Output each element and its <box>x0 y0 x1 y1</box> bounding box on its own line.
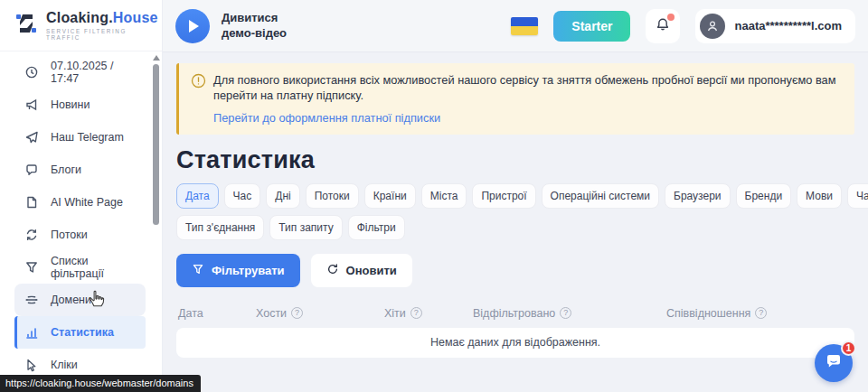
banner-message: Для повного використання всіх можливосте… <box>213 72 840 104</box>
paper-plane-icon <box>24 130 39 145</box>
clock-icon <box>24 65 39 80</box>
topbar: Дивитися демо-відео Starter <box>163 0 868 52</box>
trial-warning-banner: Для повного використання всіх можливосте… <box>176 63 854 135</box>
page-title: Статистика <box>176 146 854 174</box>
notifications-button[interactable] <box>646 9 680 43</box>
stats-table-header: Дата Хости Хіти Відфільтровано Співвідно… <box>176 307 854 320</box>
brand-tagline: SERVICE FILTERING TRAFFIC <box>46 28 158 41</box>
demo-video-play-button[interactable] <box>175 9 210 43</box>
notification-dot <box>667 14 675 21</box>
stats-tabs-row-1: Дата Час Дні Потоки Країни Міста Пристро… <box>176 183 854 209</box>
refresh-icon <box>326 263 339 278</box>
tab-brands[interactable]: Бренди <box>736 183 792 209</box>
chat-bubble-icon <box>24 163 39 178</box>
chat-widget-button[interactable]: 1 <box>815 344 853 382</box>
tab-connection-type[interactable]: Тип з'єднання <box>176 215 264 240</box>
cursor-arrow-icon <box>24 358 39 373</box>
tab-flows[interactable]: Потоки <box>306 183 359 209</box>
sidebar-item-filter-lists[interactable]: Списки фільтрації <box>14 251 146 284</box>
play-icon <box>189 20 199 33</box>
content-area: Для повного використання всіх можливосте… <box>163 52 868 392</box>
tab-timezone[interactable]: Часовий пояс <box>847 183 868 209</box>
help-icon[interactable] <box>291 307 303 319</box>
help-icon[interactable] <box>410 307 422 319</box>
domains-stack-icon <box>24 293 39 308</box>
brand-name: Cloaking.House <box>46 10 158 25</box>
sidebar-item-flows[interactable]: Потоки <box>14 219 146 251</box>
chat-bubble-icon <box>824 351 844 375</box>
tab-filters[interactable]: Фільтри <box>348 215 405 240</box>
column-filtered: Відфільтровано <box>473 307 666 320</box>
sidebar-item-datetime: 07.10.2025 / 17:47 <box>14 56 146 89</box>
document-icon <box>24 195 39 210</box>
subscribe-link[interactable]: Перейти до оформлення платної підписки <box>213 111 440 125</box>
warning-icon <box>191 73 206 92</box>
brand-logo-icon <box>14 12 38 39</box>
sidebar-item-ai-white-page[interactable]: AI White Page <box>14 186 146 219</box>
help-icon[interactable] <box>755 307 767 319</box>
tab-operating-systems[interactable]: Операційні системи <box>542 183 659 209</box>
sidebar-scrollbar <box>151 52 161 392</box>
scrollbar-up-arrow[interactable] <box>153 55 160 61</box>
tab-time[interactable]: Час <box>224 183 261 209</box>
tab-request-type[interactable]: Тип запиту <box>269 215 342 240</box>
tab-date[interactable]: Дата <box>176 183 219 209</box>
sidebar-item-news[interactable]: Новини <box>14 89 146 121</box>
ukraine-flag-icon[interactable] <box>511 17 538 35</box>
tab-countries[interactable]: Країни <box>364 183 416 209</box>
stats-tabs-row-2: Тип з'єднання Тип запиту Фільтри <box>176 215 854 240</box>
tab-browsers[interactable]: Браузери <box>665 183 731 209</box>
column-date: Дата <box>178 307 256 320</box>
bar-chart-icon <box>24 325 39 341</box>
column-hosts: Хости <box>256 307 384 320</box>
app-window: Cloaking.House SERVICE FILTERING TRAFFIC… <box>0 0 868 392</box>
account-menu[interactable]: naata**********l.com <box>695 9 855 43</box>
sidebar-item-telegram[interactable]: Наш Telegram <box>14 121 146 154</box>
chat-unread-badge: 1 <box>841 341 856 356</box>
sidebar-menu: 07.10.2025 / 17:47 Новини Наш Telegram Б… <box>0 51 162 381</box>
megaphone-icon <box>24 98 39 113</box>
filter-button[interactable]: Фільтрувати <box>176 254 300 287</box>
sidebar-item-domains[interactable]: Домени <box>14 284 146 316</box>
demo-video-label[interactable]: Дивитися демо-відео <box>222 11 287 42</box>
avatar-icon <box>700 14 725 39</box>
tab-languages[interactable]: Мови <box>797 183 842 209</box>
sidebar-item-blogs[interactable]: Блоги <box>14 154 146 186</box>
sidebar-item-statistics[interactable]: Статистика <box>14 316 146 349</box>
tab-days[interactable]: Дні <box>266 183 299 209</box>
refresh-button[interactable]: Оновити <box>311 254 412 287</box>
column-ratio: Співвідношення <box>666 307 853 320</box>
browser-status-url: https://cloaking.house/webmaster/domains <box>0 375 201 392</box>
help-icon[interactable] <box>560 307 571 319</box>
tab-cities[interactable]: Міста <box>421 183 467 209</box>
funnel-icon <box>24 260 39 275</box>
logo[interactable]: Cloaking.House SERVICE FILTERING TRAFFIC <box>0 0 162 51</box>
empty-state-row: Немає даних для відображення. <box>176 328 854 358</box>
account-email: naata**********l.com <box>734 19 842 33</box>
plan-badge-button[interactable]: Starter <box>553 11 630 42</box>
scrollbar-thumb[interactable] <box>153 64 159 225</box>
filter-funnel-icon <box>192 263 204 278</box>
sync-arrows-icon <box>24 228 39 243</box>
column-hits: Хіти <box>384 307 473 320</box>
tab-devices[interactable]: Пристрої <box>472 183 535 209</box>
main-area: Дивитися демо-відео Starter <box>163 0 868 392</box>
sidebar: Cloaking.House SERVICE FILTERING TRAFFIC… <box>0 0 163 392</box>
